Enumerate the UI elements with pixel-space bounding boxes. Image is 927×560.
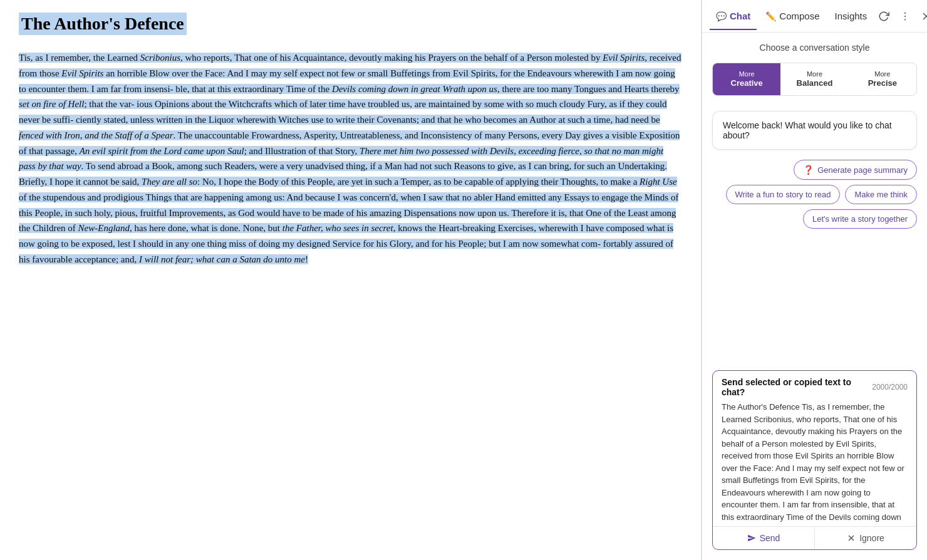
style-balanced[interactable]: More Balanced	[780, 63, 848, 95]
tab-chat[interactable]: 💬 Chat	[710, 7, 757, 25]
svg-point-1	[904, 15, 906, 16]
svg-point-0	[904, 12, 906, 13]
generate-summary-button[interactable]: ❓ Generate page summary	[794, 160, 917, 180]
char-count: 2000/2000	[872, 383, 908, 391]
send-icon	[747, 534, 756, 542]
conversation-style-label: Choose a conversation style	[712, 43, 917, 53]
quick-actions-row-3: Let's write a story together	[803, 209, 917, 229]
quick-actions: ❓ Generate page summary Write a fun to s…	[712, 160, 917, 229]
main-content: The Author's Defence Tis, as I remember,…	[0, 0, 702, 560]
selected-chat-header: Send selected or copied text to chat? 20…	[713, 371, 916, 401]
welcome-message: Welcome back! What would you like to cha…	[712, 111, 917, 150]
svg-point-2	[904, 19, 906, 20]
close-icon	[847, 534, 856, 542]
selected-text: Tis, as I remember, the Learned Scriboni…	[19, 53, 681, 264]
tab-compose[interactable]: ✏️ Compose	[759, 7, 826, 25]
chat-area: Choose a conversation style More Creativ…	[702, 33, 927, 560]
write-together-button[interactable]: Let's write a story together	[803, 209, 917, 229]
selected-chat-box: Send selected or copied text to chat? 20…	[712, 370, 917, 550]
selected-chat-actions: Send Ignore	[713, 526, 916, 549]
document-title: The Author's Defence	[19, 13, 187, 35]
make-think-button[interactable]: Make me think	[845, 185, 917, 204]
refresh-button[interactable]	[876, 8, 892, 24]
quick-actions-row-2: Write a fun to story to read Make me thi…	[726, 185, 918, 204]
sidebar-header: 💬 Chat ✏️ Compose Insights	[702, 0, 927, 33]
compose-icon: ✏️	[765, 11, 776, 21]
document-body: Tis, as I remember, the Learned Scriboni…	[19, 50, 682, 267]
selected-chat-title: Send selected or copied text to chat?	[722, 377, 872, 397]
close-button[interactable]	[918, 8, 927, 24]
sidebar-header-actions	[876, 8, 927, 24]
chat-icon: 💬	[716, 11, 727, 21]
more-options-button[interactable]	[897, 8, 913, 24]
style-selector: More Creative More Balanced More Precise	[712, 63, 917, 96]
quick-actions-row-1: ❓ Generate page summary	[794, 160, 917, 180]
style-creative[interactable]: More Creative	[713, 63, 780, 95]
question-icon: ❓	[803, 165, 814, 175]
tab-insights[interactable]: Insights	[829, 7, 874, 25]
send-button[interactable]: Send	[713, 527, 815, 549]
style-precise[interactable]: More Precise	[849, 63, 916, 95]
sidebar-panel: 💬 Chat ✏️ Compose Insights	[702, 0, 927, 560]
ignore-button[interactable]: Ignore	[815, 527, 916, 549]
write-story-button[interactable]: Write a fun to story to read	[726, 185, 841, 204]
selected-chat-text: The Author's Defence Tis, as I remember,…	[713, 401, 916, 526]
